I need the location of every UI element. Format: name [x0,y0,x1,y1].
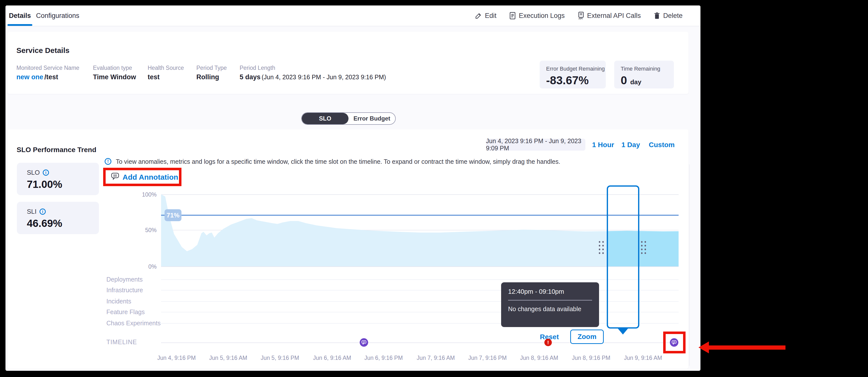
info-banner: ! To view anomalies, metrics and logs fo… [105,158,560,165]
field-evaluation-type: Evaluation type Time Window [93,65,136,81]
header-actions: Edit Execution Logs API External API Cal… [475,5,683,26]
external-api-calls-label: External API Calls [587,12,641,20]
slo-errorbudget-toggle: SLO Error Budget [301,112,396,125]
row-line [161,279,679,280]
delete-button[interactable]: Delete [654,12,683,20]
tooltip-body: No changes data available [508,306,592,313]
slo-target-line [161,215,679,216]
trash-icon [654,12,660,19]
document-icon [509,12,516,20]
monitored-service-link[interactable]: new one [17,73,43,81]
ytick-0: 0% [129,263,157,270]
xtick: Jun 9, 9:16 AM [616,355,671,362]
field-health-source: Health Source test [148,65,184,81]
pencil-icon [475,12,482,19]
range-link-custom[interactable]: Custom [649,141,675,149]
slo-stat-card: SLOi 71.00% [17,163,99,195]
ytick-100: 100% [129,191,157,198]
error-budget-remaining-value: -83.67% [546,73,599,87]
xtick: Jun 7, 9:16 AM [408,355,463,362]
row-label-incidents: Incidents [106,298,131,305]
sli-info-icon[interactable]: i [39,209,46,215]
row-label-chaos-experiments: Chaos Experiments [106,320,161,327]
info-text: To view anomalies, metrics and logs for … [116,158,560,165]
error-budget-remaining-card: Error Budget Remaining -83.67% [540,61,606,89]
date-range-chip[interactable]: Jun 4, 2023 9:16 PM - Jun 9, 2023 9:09 P… [486,139,585,151]
app-window: Details Configurations Edit Execution Lo… [5,5,701,371]
time-window-brush[interactable] [607,185,639,328]
callout-arrow-icon [699,342,709,353]
row-line [161,323,679,323]
slo-target-badge: 71% [164,209,182,221]
xtick: Jun 8, 9:16 AM [512,355,566,362]
info-icon: ! [105,158,111,165]
toggle-error-budget[interactable]: Error Budget [348,113,395,124]
add-annotation-callout-box [103,168,182,186]
toggle-slo[interactable]: SLO [302,113,348,124]
sli-area-chart[interactable] [161,194,679,266]
time-remaining-value: 0 day [621,73,668,87]
row-line [161,290,679,290]
tab-configurations-label: Configurations [36,12,79,20]
row-label-infrastructure: Infrastructure [106,286,143,294]
ytick-50: 50% [129,227,157,233]
sli-stat-value: 46.69% [27,217,99,229]
changes-tooltip: 12:40pm - 09:10pm No changes data availa… [501,282,599,327]
zoom-button[interactable]: Zoom [570,329,604,344]
field-monitored-service-name: Monitored Service Name new one /test [17,65,79,81]
xtick: Jun 6, 9:16 AM [305,355,360,362]
execution-logs-label: Execution Logs [519,12,565,20]
delete-label: Delete [663,12,683,20]
xtick: Jun 5, 9:16 PM [252,355,307,362]
error-marker-icon[interactable]: ! [545,339,552,346]
slo-stat-value: 71.00% [27,179,99,190]
sli-stat-card: SLIi 46.69% [17,202,99,234]
callout-arrow-shaft [708,345,785,350]
xtick: Jun 5, 9:16 AM [201,355,255,362]
field-period-length: Period Length 5 days (Jun 4, 2023 9:16 P… [240,65,386,81]
api-document-icon: API [578,12,584,20]
time-remaining-card: Time Remaining 0 day [614,61,674,89]
annotation-marker-icon[interactable] [360,338,368,347]
active-tab-underline [7,24,32,26]
brush-handle-right[interactable] [640,240,647,255]
trend-title: SLO Performance Trend [17,146,96,154]
annotation-marker-callout-box [663,332,686,353]
row-line [161,312,679,312]
range-link-1hour[interactable]: 1 Hour [592,141,614,149]
right-divider [689,164,689,366]
header-bar: Details Configurations Edit Execution Lo… [5,5,701,26]
row-label-deployments: Deployments [106,276,143,283]
field-period-type: Period Type Rolling [196,65,227,81]
external-api-calls-button[interactable]: API External API Calls [578,12,641,20]
xtick: Jun 4, 9:16 PM [149,355,204,362]
timeline-label: TIMELINE [106,339,137,346]
service-details-title: Service Details [17,46,69,55]
range-link-1day[interactable]: 1 Day [621,141,640,149]
slo-info-icon[interactable]: i [43,169,49,176]
execution-logs-button[interactable]: Execution Logs [509,12,565,20]
brush-pointer [617,328,628,335]
gridline-0 [161,266,679,267]
xtick: Jun 6, 9:16 PM [356,355,411,362]
tab-details-label: Details [9,12,31,20]
slo-stat-label: SLO [27,169,40,177]
xtick: Jun 8, 9:16 PM [564,355,618,362]
edit-button[interactable]: Edit [475,12,497,20]
row-label-feature-flags: Feature Flags [106,308,145,316]
sli-stat-label: SLI [27,208,36,216]
row-line [161,301,679,302]
tooltip-time-range: 12:40pm - 09:10pm [508,288,592,295]
tooltip-divider [508,300,592,301]
service-details-card: Service Details Monitored Service Name n… [7,32,688,94]
svg-text:API: API [579,17,583,20]
tab-details[interactable]: Details [7,5,32,26]
xtick: Jun 7, 9:16 PM [460,355,515,362]
edit-label: Edit [485,12,497,20]
brush-handle-left[interactable] [598,240,605,255]
tab-configurations[interactable]: Configurations [35,5,80,26]
